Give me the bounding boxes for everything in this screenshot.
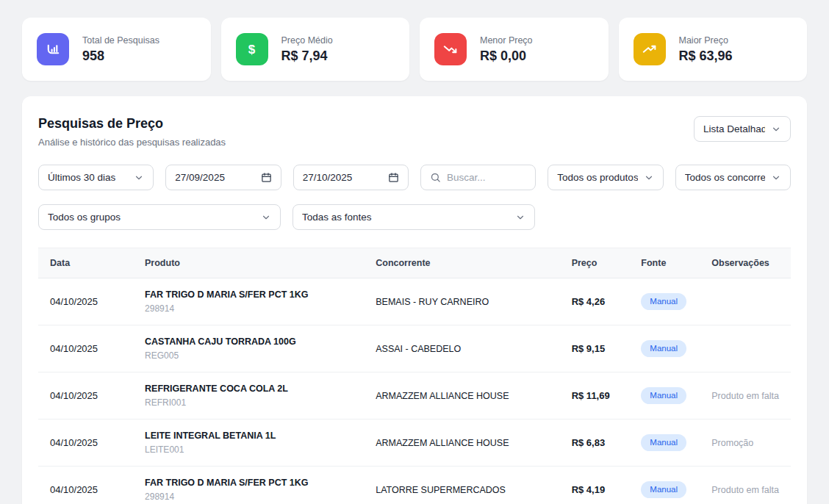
cell-competitor: BEMAIS - RUY CARNEIRO bbox=[364, 278, 559, 325]
stat-label: Preço Médio bbox=[281, 35, 333, 46]
chevron-down-icon bbox=[261, 212, 271, 223]
trending-down-icon bbox=[434, 33, 467, 65]
date-to-input[interactable] bbox=[293, 165, 409, 190]
product-code: 298914 bbox=[145, 303, 352, 314]
column-header-observacoes: Observações bbox=[700, 248, 791, 278]
cell-date: 04/10/2025 bbox=[38, 420, 133, 467]
search-field[interactable] bbox=[420, 165, 536, 190]
calendar-icon[interactable] bbox=[261, 172, 272, 183]
filter-row-2: Todos os grupos Todas as fontes bbox=[38, 204, 791, 230]
stat-value: R$ 63,96 bbox=[679, 48, 733, 64]
groups-value: Todos os grupos bbox=[48, 212, 255, 223]
product-code: LEITE001 bbox=[145, 444, 352, 455]
trending-up-icon bbox=[634, 33, 666, 65]
calendar-icon[interactable] bbox=[388, 172, 399, 183]
chevron-down-icon bbox=[134, 173, 144, 183]
cell-product: CASTANHA CAJU TORRADA 100G REG005 bbox=[133, 325, 364, 372]
chevron-down-icon bbox=[771, 124, 781, 134]
source-badge: Manual bbox=[641, 293, 686, 310]
stat-label: Total de Pesquisas bbox=[82, 35, 159, 46]
cell-competitor: LATORRE SUPERMERCADOS bbox=[364, 467, 559, 504]
cell-notes: Produto em falta bbox=[700, 372, 791, 420]
stat-value: R$ 0,00 bbox=[480, 48, 533, 64]
cell-competitor: ARMAZZEM ALLIANCE HOUSE bbox=[364, 420, 559, 467]
table-row[interactable]: 04/10/2025 FAR TRIGO D MARIA S/FER PCT 1… bbox=[38, 278, 791, 325]
filter-row-1: Últimos 30 dias Todos os produtos bbox=[38, 165, 791, 190]
product-code: REFRI001 bbox=[145, 397, 352, 408]
stat-label: Menor Preço bbox=[480, 35, 533, 46]
cell-date: 04/10/2025 bbox=[38, 325, 133, 372]
cell-date: 04/10/2025 bbox=[38, 467, 133, 504]
stat-value: 958 bbox=[82, 48, 159, 64]
cell-notes: Produto em falta bbox=[700, 467, 791, 504]
cell-notes bbox=[700, 278, 791, 325]
cell-product: LEITE INTEGRAL BETANIA 1L LEITE001 bbox=[133, 420, 364, 467]
view-mode-select[interactable]: Lista Detalhada bbox=[694, 116, 791, 142]
chevron-down-icon bbox=[644, 173, 654, 183]
competitors-select[interactable]: Todos os concorrentes bbox=[675, 165, 791, 190]
product-name: FAR TRIGO D MARIA S/FER PCT 1KG bbox=[145, 289, 352, 300]
source-badge: Manual bbox=[641, 481, 686, 498]
cell-price: R$ 9,15 bbox=[560, 325, 630, 372]
date-from-value[interactable] bbox=[175, 172, 254, 183]
stat-value: R$ 7,94 bbox=[281, 48, 333, 64]
competitors-value: Todos os concorrentes bbox=[685, 172, 765, 183]
chevron-down-icon bbox=[771, 173, 781, 183]
cell-source: Manual bbox=[629, 372, 700, 420]
groups-select[interactable]: Todos os grupos bbox=[38, 204, 281, 230]
cell-competitor: ASSAI - CABEDELO bbox=[364, 325, 559, 372]
product-code: 298914 bbox=[145, 492, 352, 502]
cell-competitor: ARMAZZEM ALLIANCE HOUSE bbox=[364, 372, 559, 420]
products-select[interactable]: Todos os produtos bbox=[548, 165, 663, 190]
page-title: Pesquisas de Preço bbox=[38, 116, 226, 132]
view-mode-value: Lista Detalhada bbox=[703, 123, 765, 134]
cell-price: R$ 4,26 bbox=[560, 278, 630, 325]
cell-source: Manual bbox=[629, 420, 700, 467]
panel-header: Pesquisas de Preço Análise e histórico d… bbox=[38, 116, 791, 148]
products-value: Todos os produtos bbox=[557, 172, 637, 183]
sources-select[interactable]: Todas as fontes bbox=[293, 204, 535, 230]
table-row[interactable]: 04/10/2025 CASTANHA CAJU TORRADA 100G RE… bbox=[38, 325, 791, 372]
table-row[interactable]: 04/10/2025 REFRIGERANTE COCA COLA 2L REF… bbox=[38, 372, 791, 420]
source-badge: Manual bbox=[641, 387, 686, 404]
cell-product: FAR TRIGO D MARIA S/FER PCT 1KG 298914 bbox=[133, 467, 364, 504]
source-badge: Manual bbox=[641, 434, 686, 451]
column-header-preco: Preço bbox=[560, 248, 630, 278]
dollar-icon: $ bbox=[236, 33, 268, 65]
stat-card-menor-preco: Menor Preço R$ 0,00 bbox=[420, 18, 609, 81]
column-header-produto: Produto bbox=[133, 248, 364, 278]
period-value: Últimos 30 dias bbox=[48, 172, 128, 183]
cell-product: FAR TRIGO D MARIA S/FER PCT 1KG 298914 bbox=[133, 278, 364, 325]
cell-notes: Promoção bbox=[700, 420, 791, 467]
table-row[interactable]: 04/10/2025 FAR TRIGO D MARIA S/FER PCT 1… bbox=[38, 467, 791, 504]
table-row[interactable]: 04/10/2025 LEITE INTEGRAL BETANIA 1L LEI… bbox=[38, 420, 791, 467]
product-name: LEITE INTEGRAL BETANIA 1L bbox=[145, 431, 352, 441]
page-subtitle: Análise e histórico das pesquisas realiz… bbox=[38, 137, 226, 148]
pesquisas-table: Data Produto Concorrente Preço Fonte Obs… bbox=[38, 248, 791, 504]
date-to-value[interactable] bbox=[303, 172, 382, 183]
column-header-fonte: Fonte bbox=[629, 248, 700, 278]
stat-card-maior-preco: Maior Preço R$ 63,96 bbox=[619, 18, 808, 81]
cell-price: R$ 6,83 bbox=[560, 420, 630, 467]
column-header-concorrente: Concorrente bbox=[364, 248, 559, 278]
stat-card-preco-medio: $ Preço Médio R$ 7,94 bbox=[221, 18, 410, 81]
search-icon bbox=[430, 172, 441, 183]
cell-source: Manual bbox=[629, 278, 700, 325]
search-input[interactable] bbox=[447, 172, 526, 183]
column-header-data: Data bbox=[38, 248, 133, 278]
period-select[interactable]: Últimos 30 dias bbox=[38, 165, 154, 190]
date-from-input[interactable] bbox=[165, 165, 281, 190]
sources-value: Todas as fontes bbox=[302, 212, 509, 223]
cell-price: R$ 11,69 bbox=[560, 372, 630, 420]
cell-notes bbox=[700, 325, 791, 372]
bar-chart-icon bbox=[37, 33, 69, 65]
stat-card-total-pesquisas: Total de Pesquisas 958 bbox=[22, 18, 211, 81]
product-name: REFRIGERANTE COCA COLA 2L bbox=[145, 384, 352, 394]
product-name: CASTANHA CAJU TORRADA 100G bbox=[145, 336, 352, 347]
pesquisas-panel: Pesquisas de Preço Análise e histórico d… bbox=[22, 96, 807, 504]
stat-label: Maior Preço bbox=[679, 35, 733, 46]
cell-price: R$ 4,19 bbox=[560, 467, 630, 504]
cell-product: REFRIGERANTE COCA COLA 2L REFRI001 bbox=[133, 372, 364, 420]
table-header-row: Data Produto Concorrente Preço Fonte Obs… bbox=[38, 248, 791, 278]
product-name: FAR TRIGO D MARIA S/FER PCT 1KG bbox=[145, 478, 352, 488]
